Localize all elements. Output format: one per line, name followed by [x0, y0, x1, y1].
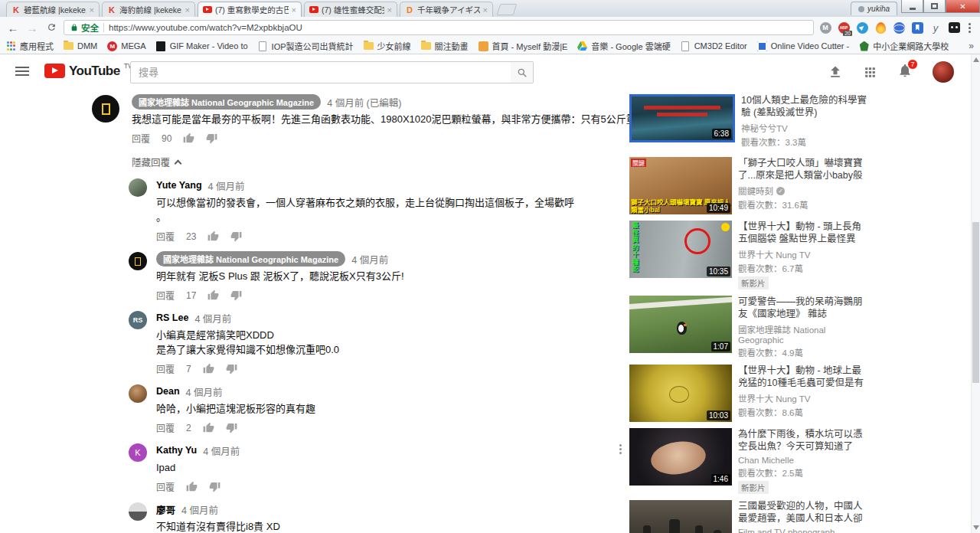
comment-author-badge[interactable]: 國家地理雜誌 National Geographic Magazine	[132, 94, 321, 110]
apps-grid-icon[interactable]	[863, 65, 877, 80]
thumbs-down-icon[interactable]	[226, 422, 237, 433]
thumbs-up-icon[interactable]	[207, 289, 219, 301]
bookmark-myself[interactable]: 首頁 - Myself 動漫|E	[479, 40, 568, 52]
browser-menu-button[interactable]	[965, 23, 974, 33]
forward-button[interactable]: →	[25, 22, 39, 34]
page-scrollbar[interactable]	[971, 54, 980, 533]
reply-avatar[interactable]	[129, 384, 147, 403]
comment-time[interactable]: 4 個月前 (已編輯)	[327, 95, 401, 110]
tab-kekeke-1[interactable]: K 碧藍航線 |kekeke.cc ×	[6, 2, 100, 17]
thumbs-down-icon[interactable]	[206, 132, 217, 144]
reply-author-badge[interactable]: 國家地理雜誌 National Geographic Magazine	[156, 251, 345, 266]
natgeo-avatar[interactable]	[92, 95, 119, 123]
reply-button[interactable]: 回覆	[156, 289, 175, 302]
video-thumbnail[interactable]: 6:38	[629, 94, 735, 142]
reply-author[interactable]: RS Lee	[156, 312, 188, 323]
bookmark-mega[interactable]: MMEGA	[107, 41, 145, 51]
tab-close-icon[interactable]: ×	[185, 5, 190, 15]
channel-name[interactable]: 世界十大 Nung TV	[738, 392, 810, 404]
tab-aigis[interactable]: D 千年戦争アイギス R - DM ×	[400, 2, 493, 17]
reply-time[interactable]: 4 個月前	[203, 443, 240, 458]
youtube-logo[interactable]: YouTube TW	[44, 64, 135, 78]
channel-name[interactable]: Chan Michelle	[738, 456, 794, 465]
bookmark-apps[interactable]: 應用程式	[6, 40, 54, 52]
video-title[interactable]: 【世界十大】動物 - 地球上最兇猛的10種毛毛蟲可愛但是有毒第	[738, 365, 864, 389]
account-avatar[interactable]	[933, 61, 954, 83]
reply-avatar[interactable]: RS	[129, 311, 147, 329]
bookmark-folder-dmm[interactable]: DMM	[64, 41, 97, 51]
thumbs-down-icon[interactable]	[226, 363, 237, 374]
bookmark-iop[interactable]: IOP製造公司出貨統計	[258, 40, 354, 52]
reply-button[interactable]: 回覆	[156, 230, 175, 243]
video-thumbnail[interactable]: 最怪異的十種蛇 10:35	[629, 221, 732, 278]
reply-button[interactable]: 回覆	[156, 480, 175, 493]
new-tab-button[interactable]	[497, 4, 518, 15]
thumbs-up-icon[interactable]	[183, 132, 194, 144]
related-video-3[interactable]: 最怪異的十種蛇 10:35 【世界十大】動物 - 頭上長角五個腦袋 盤點世界上最…	[629, 221, 868, 289]
channel-name[interactable]: 神秘兮兮TV	[741, 122, 788, 134]
reply-button[interactable]: 回覆	[156, 362, 175, 375]
globe-extension-icon[interactable]	[893, 21, 905, 34]
related-video-1[interactable]: 6:38 10個人類史上最危險的科學實驗 (差點毀滅世界) 神秘兮兮TV 觀看次…	[629, 94, 868, 148]
video-thumbnail[interactable]: 5:44	[629, 500, 732, 533]
related-video-6[interactable]: 1:46 為什麼下雨後，積水坑可以憑空長出魚？今天可算知道了 Chan Mich…	[629, 428, 868, 494]
comment-options-button[interactable]	[619, 444, 622, 454]
tab-close-icon[interactable]: ×	[387, 5, 392, 15]
hide-replies-button[interactable]: 隱藏回覆	[132, 155, 628, 169]
upload-icon[interactable]	[828, 64, 843, 80]
menu-hamburger-icon[interactable]	[15, 67, 29, 76]
channel-name[interactable]: 世界十大 Nung TV	[738, 248, 810, 260]
bookmark-cm3d2[interactable]: CM3D2 Editor	[681, 41, 747, 51]
search-button[interactable]	[511, 61, 534, 83]
channel-name[interactable]: 國家地理雜誌 National Geographic	[738, 323, 864, 345]
y-extension-icon[interactable]: y	[929, 21, 942, 34]
tab-close-icon[interactable]: ×	[292, 5, 296, 15]
maximize-button[interactable]	[923, 0, 946, 13]
bookmark-sme-school[interactable]: 中小企業網路大學校	[859, 40, 949, 52]
related-video-5[interactable]: 10:03 【世界十大】動物 - 地球上最兇猛的10種毛毛蟲可愛但是有毒第 世界…	[629, 365, 868, 422]
tab-kekeke-2[interactable]: K 海豹前線 |kekeke.cc ×	[102, 2, 195, 17]
address-bar[interactable]: 安全 https://www.youtube.com/watch?v=M2xpb…	[64, 20, 814, 35]
bookmark-gdrive-music[interactable]: 音樂 - Google 雲端硬	[577, 40, 670, 52]
channel-name[interactable]: Film and TV phonograph	[738, 528, 835, 533]
reply-button[interactable]: 回覆	[132, 132, 150, 145]
bookmark-gif-maker[interactable]: GIF Maker - Video to	[156, 41, 248, 51]
thumbs-up-icon[interactable]	[203, 422, 214, 433]
thumbs-down-icon[interactable]	[209, 481, 220, 492]
related-video-7[interactable]: 5:44 三國最受歡迎的人物，中國人最愛趙雲，美國人和日本人卻是他 Film a…	[629, 500, 868, 533]
tab-close-icon[interactable]: ×	[483, 5, 488, 15]
profile-button[interactable]: yukiha	[851, 2, 897, 15]
bookmark-video-cutter[interactable]: Online Video Cutter -	[757, 41, 850, 51]
thumbs-up-icon[interactable]	[186, 481, 198, 492]
reply-button[interactable]: 回覆	[156, 421, 175, 434]
related-video-2[interactable]: 關鍵 獅子大口咬人頭嚇壞寶寶 原來把人類當小bal 10:49 「獅子大口咬人頭…	[629, 157, 868, 214]
tab-youtube-active[interactable]: (7) 重寫數學史的古巴比 ×	[198, 2, 302, 17]
reply-time[interactable]: 4 個月前	[181, 502, 218, 517]
thumbs-down-icon[interactable]	[230, 231, 242, 242]
search-input[interactable]	[130, 61, 511, 83]
rocket-extension-icon[interactable]	[856, 21, 868, 34]
video-thumbnail[interactable]: 關鍵 獅子大口咬人頭嚇壞寶寶 原來把人類當小bal 10:49	[629, 157, 732, 214]
thumbs-up-icon[interactable]	[207, 231, 219, 242]
bookmarks-overflow-chevron[interactable]: »	[969, 41, 974, 51]
reply-avatar[interactable]: K	[129, 443, 147, 462]
back-button[interactable]: ←	[6, 22, 20, 34]
close-button[interactable]: ✕	[946, 0, 980, 13]
thumbs-down-icon[interactable]	[230, 289, 242, 301]
reply-author[interactable]: 廖哥	[156, 502, 175, 517]
video-title[interactable]: 可愛警告——我的呆萌海鸚朋友《國家地理》 雜誌	[738, 296, 864, 320]
video-title[interactable]: 為什麼下雨後，積水坑可以憑空長出魚？今天可算知道了	[738, 428, 864, 453]
bookmark-folder-anime[interactable]: 關注動畫	[421, 40, 469, 52]
video-title[interactable]: 三國最受歡迎的人物，中國人最愛趙雲，美國人和日本人卻是他	[738, 500, 864, 525]
reply-author[interactable]: Yute Yang	[156, 180, 202, 191]
security-indicator[interactable]: 安全	[70, 21, 99, 34]
adblock-extension-icon[interactable]: ABP 20	[838, 21, 850, 34]
related-video-4[interactable]: 1:07 可愛警告——我的呆萌海鸚朋友《國家地理》 雜誌 國家地理雜誌 Nati…	[629, 296, 868, 358]
reply-author[interactable]: Kathy Yu	[156, 445, 197, 456]
minimize-button[interactable]	[901, 0, 923, 13]
reply-time[interactable]: 4 個月前	[208, 178, 245, 193]
reply-time[interactable]: 4 個月前	[351, 252, 388, 266]
tab-youtube-2[interactable]: (7) 雄性蜜蜂交配完老二 ×	[304, 2, 397, 17]
mega-extension-icon[interactable]: M	[819, 21, 831, 34]
reply-time[interactable]: 4 個月前	[194, 311, 231, 325]
